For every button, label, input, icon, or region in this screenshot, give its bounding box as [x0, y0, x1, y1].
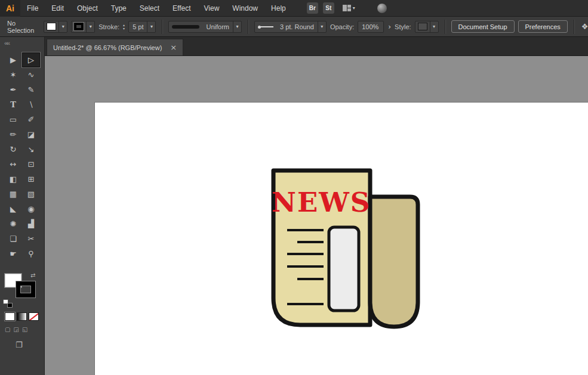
default-fill-stroke-icon[interactable] — [3, 299, 13, 308]
newspaper-artwork[interactable]: NEWS — [45, 56, 588, 375]
main-area: «« ▶▷✶∿✒✎T∖▭✐✏◪↻↘↔⊡◧⊞▦▧◣◉✺▟❏✂☛⚲ ⇄ ▢ ◲ ◱ … — [0, 37, 588, 375]
symbol-sprayer-tool[interactable]: ✺ — [4, 216, 22, 231]
panel-collapse-button[interactable]: «« — [0, 37, 44, 52]
lasso-tool[interactable]: ∿ — [22, 67, 40, 82]
brush-dropdown[interactable]: 3 pt. Round ▾ — [254, 21, 327, 33]
magic-wand-tool[interactable]: ✶ — [4, 67, 22, 82]
workspace-switcher[interactable]: ▾ — [343, 5, 355, 11]
newspaper-roll — [370, 197, 418, 327]
cs-live-icon[interactable] — [377, 3, 387, 14]
draw-behind-icon[interactable]: ◲ — [13, 326, 19, 333]
stroke-color-dropdown[interactable]: ▾ — [71, 21, 95, 33]
curvature-tool-icon: ✎ — [28, 85, 35, 94]
selection-status: No Selection — [7, 20, 34, 34]
width-tool[interactable]: ↔ — [4, 157, 22, 172]
draw-inside-icon[interactable]: ◱ — [22, 326, 27, 333]
menu-type[interactable]: Type — [104, 0, 133, 17]
separator — [248, 20, 248, 34]
chevron-down-icon: ▾ — [321, 24, 323, 29]
zoom-tool[interactable]: ⚲ — [22, 246, 40, 261]
stroke-width-value: 5 pt — [129, 23, 147, 30]
blend-tool[interactable]: ◉ — [22, 202, 40, 216]
color-button[interactable] — [5, 312, 15, 321]
eraser-tool-icon: ◪ — [27, 130, 35, 139]
pen-tool-icon: ✒ — [10, 85, 17, 94]
tools-panel: «« ▶▷✶∿✒✎T∖▭✐✏◪↻↘↔⊡◧⊞▦▧◣◉✺▟❏✂☛⚲ ⇄ ▢ ◲ ◱ … — [0, 37, 45, 375]
screen-mode-row: ❐ — [0, 339, 44, 350]
paintbrush-tool[interactable]: ✐ — [22, 112, 40, 127]
document-tab[interactable]: Untitled-2* @ 66.67% (RGB/Preview) × — [47, 39, 183, 55]
fill-color-dropdown[interactable]: ▾ — [44, 21, 67, 33]
scale-tool[interactable]: ↘ — [22, 142, 40, 157]
panel-widget[interactable]: ❖ ▾ — [581, 22, 588, 31]
tools-grid: ▶▷✶∿✒✎T∖▭✐✏◪↻↘↔⊡◧⊞▦▧◣◉✺▟❏✂☛⚲ — [0, 52, 44, 261]
mesh-tool[interactable]: ▦ — [4, 187, 22, 202]
none-button[interactable] — [29, 312, 39, 321]
bridge-button[interactable]: Br — [307, 2, 318, 14]
eraser-tool[interactable]: ◪ — [22, 127, 40, 142]
gradient-button[interactable] — [17, 312, 27, 321]
swap-fill-stroke-icon[interactable]: ⇄ — [30, 272, 35, 278]
eyedropper-tool[interactable]: ◣ — [4, 202, 22, 216]
column-graph-tool[interactable]: ▟ — [22, 216, 40, 231]
rotate-tool-icon: ↻ — [10, 145, 17, 154]
magic-wand-tool-icon: ✶ — [10, 70, 17, 79]
menu-edit[interactable]: Edit — [45, 0, 70, 17]
stock-button[interactable]: St — [323, 2, 334, 14]
hand-tool-icon: ☛ — [10, 249, 17, 258]
artboard-tool[interactable]: ❏ — [4, 231, 22, 246]
canvas[interactable]: NEWS — [45, 56, 588, 375]
pen-tool[interactable]: ✒ — [4, 82, 22, 97]
opacity-flyout-icon[interactable]: › — [388, 23, 391, 31]
style-dropdown[interactable]: ▾ — [415, 21, 439, 33]
free-transform-tool[interactable]: ⊡ — [22, 157, 40, 172]
opacity-input[interactable]: 100% — [358, 21, 384, 33]
perspective-grid-tool[interactable]: ⊞ — [22, 172, 40, 187]
close-icon[interactable]: × — [170, 44, 177, 51]
width-profile-preview — [172, 25, 199, 29]
pencil-tool[interactable]: ✏ — [4, 127, 22, 142]
chevron-down-icon: ▾ — [433, 24, 435, 29]
slice-tool[interactable]: ✂ — [22, 231, 40, 246]
symbol-sprayer-tool-icon: ✺ — [10, 219, 17, 228]
newspaper-headline: NEWS — [272, 187, 371, 218]
hand-tool[interactable]: ☛ — [4, 246, 22, 261]
screen-mode-button[interactable]: ❐ — [16, 340, 23, 349]
stroke-width-dropdown[interactable]: 5 pt ▾ — [128, 21, 156, 33]
menu-file[interactable]: File — [20, 0, 45, 17]
scale-tool-icon: ↘ — [28, 145, 35, 154]
line-segment-tool[interactable]: ∖ — [22, 97, 40, 112]
selection-tool[interactable]: ▶ — [4, 52, 22, 67]
lasso-tool-icon: ∿ — [28, 70, 35, 79]
preferences-button[interactable]: Preferences — [518, 20, 568, 33]
menu-list: FileEditObjectTypeSelectEffectViewWindow… — [20, 0, 293, 16]
brush-value: 3 pt. Round — [276, 23, 318, 30]
width-profile-dropdown[interactable]: Uniform ▾ — [168, 21, 242, 33]
menu-view[interactable]: View — [198, 0, 226, 17]
rectangle-tool[interactable]: ▭ — [4, 112, 22, 127]
menu-effect[interactable]: Effect — [166, 0, 197, 17]
menu-select[interactable]: Select — [133, 0, 166, 17]
draw-normal-icon[interactable]: ▢ — [5, 326, 10, 333]
rotate-tool[interactable]: ↻ — [4, 142, 22, 157]
illustrator-window: Ai FileEditObjectTypeSelectEffectViewWin… — [0, 0, 588, 375]
menu-object[interactable]: Object — [70, 0, 104, 17]
style-label: Style: — [395, 23, 411, 30]
direct-selection-tool[interactable]: ▷ — [22, 52, 40, 67]
chevron-down-icon: ▾ — [90, 24, 92, 29]
artboard-tool-icon: ❏ — [10, 234, 17, 243]
document-setup-button[interactable]: Document Setup — [451, 20, 515, 33]
document-tabbar: Untitled-2* @ 66.67% (RGB/Preview) × — [45, 37, 588, 56]
curvature-tool[interactable]: ✎ — [22, 82, 40, 97]
column-graph-tool-icon: ▟ — [28, 219, 34, 228]
stroke-width-stepper[interactable]: ▴ ▾ — [123, 23, 125, 30]
fill-color-swatch — [47, 23, 56, 30]
width-tool-icon: ↔ — [10, 160, 17, 169]
type-tool[interactable]: T — [4, 97, 22, 112]
menu-window[interactable]: Window — [226, 0, 264, 17]
separator — [574, 20, 574, 34]
menu-help[interactable]: Help — [264, 0, 293, 17]
gradient-tool[interactable]: ▧ — [22, 187, 40, 202]
stroke-swatch[interactable] — [16, 281, 35, 297]
shape-builder-tool[interactable]: ◧ — [4, 172, 22, 187]
